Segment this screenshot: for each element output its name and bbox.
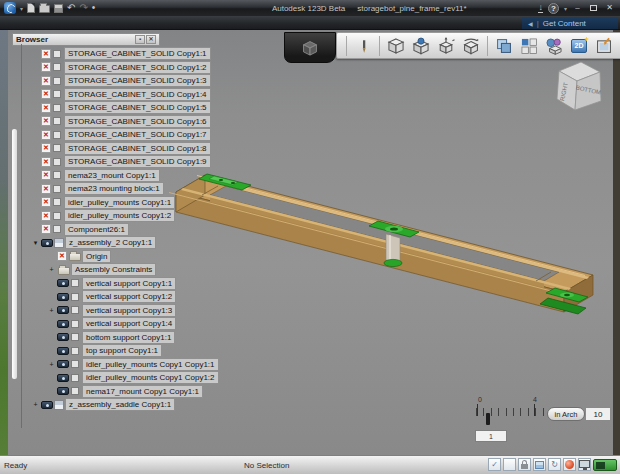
- help-caret-icon[interactable]: ▾: [564, 5, 567, 12]
- layout-panel-icon[interactable]: [533, 458, 546, 471]
- tree-item[interactable]: ✕Origin: [46, 250, 219, 264]
- tree-item[interactable]: idler_pulley_mounts Copy1 Copy1:2: [46, 371, 219, 385]
- item-checkbox[interactable]: [71, 279, 79, 287]
- combine-icon[interactable]: [493, 35, 515, 57]
- item-checkbox[interactable]: [53, 185, 61, 193]
- rotate-icon[interactable]: [460, 35, 482, 57]
- browser-panel-header[interactable]: Browser ▪ ✕: [12, 33, 160, 46]
- item-checkbox[interactable]: [53, 50, 61, 58]
- toolbar-more-icon[interactable]: •: [92, 3, 96, 13]
- item-checkbox[interactable]: [53, 90, 61, 98]
- tree-item[interactable]: ✕idler_pulley_mounts Copy1:2: [30, 209, 219, 223]
- item-checkbox[interactable]: [71, 374, 79, 382]
- item-checkbox[interactable]: [53, 198, 61, 206]
- tree-item[interactable]: +z_assembly_saddle Copy1:1: [30, 398, 219, 412]
- undo-icon[interactable]: ↶: [67, 3, 75, 13]
- tree-item[interactable]: vertical support Copy1:4: [46, 317, 219, 331]
- expander-icon[interactable]: +: [30, 400, 41, 409]
- item-checkbox[interactable]: [53, 117, 61, 125]
- item-checkbox[interactable]: [71, 293, 79, 301]
- app-menu-caret-icon[interactable]: ▾: [20, 5, 23, 12]
- browser-panel-options-icon[interactable]: ▪: [135, 35, 145, 44]
- help-icon[interactable]: ?: [548, 3, 559, 14]
- item-checkbox[interactable]: [53, 131, 61, 139]
- item-checkbox[interactable]: [71, 320, 79, 328]
- collapse-left-icon[interactable]: ◀: [528, 20, 533, 27]
- move-icon[interactable]: [435, 35, 457, 57]
- item-checkbox[interactable]: [71, 347, 79, 355]
- sphere-primitive-icon[interactable]: [410, 35, 432, 57]
- tree-item[interactable]: bottom support Copy1:1: [46, 331, 219, 345]
- expander-icon[interactable]: +: [46, 360, 57, 369]
- visibility-eye-icon[interactable]: [57, 333, 69, 341]
- tree-item[interactable]: +Assembly Constraints: [46, 263, 219, 277]
- item-checkbox[interactable]: [71, 333, 79, 341]
- item-checkbox[interactable]: [71, 387, 79, 395]
- browser-scrollbar-track[interactable]: [21, 44, 22, 428]
- item-checkbox[interactable]: [53, 63, 61, 71]
- open-file-icon[interactable]: [39, 5, 50, 13]
- visibility-eye-icon[interactable]: [57, 279, 69, 287]
- tree-item[interactable]: top support Copy1:1: [46, 344, 219, 358]
- tree-item[interactable]: ✕idler_pulley_mounts Copy1:1: [30, 196, 219, 210]
- visibility-eye-icon[interactable]: [57, 347, 69, 355]
- tree-item[interactable]: ✕STORAGE_CABINET_SOLID Copy1:8: [30, 142, 219, 156]
- item-checkbox[interactable]: [71, 360, 79, 368]
- minimize-button[interactable]: –: [572, 3, 583, 13]
- box-primitive-icon[interactable]: [385, 35, 407, 57]
- transfer-icon[interactable]: ↓: [538, 3, 543, 13]
- item-checkbox[interactable]: [53, 77, 61, 85]
- pattern-grid-icon[interactable]: [518, 35, 540, 57]
- browser-panel-close-icon[interactable]: ✕: [146, 35, 156, 44]
- redo-icon[interactable]: ↷: [79, 3, 87, 13]
- tree-item[interactable]: ✕STORAGE_CABINET_SOLID Copy1:9: [30, 155, 219, 169]
- lock-icon[interactable]: [518, 458, 531, 471]
- new-file-icon[interactable]: [27, 3, 35, 13]
- restore-button[interactable]: [588, 3, 599, 13]
- tree-item[interactable]: nema17_mount Copy1 Copy1:1: [46, 385, 219, 399]
- units-button[interactable]: in Arch: [547, 407, 585, 421]
- item-checkbox[interactable]: [71, 306, 79, 314]
- visibility-eye-icon[interactable]: [41, 239, 53, 247]
- scale-value-box[interactable]: 1: [475, 430, 507, 442]
- view-cube[interactable]: RIGHT BOTTOM: [548, 58, 610, 124]
- sketch-2d-icon[interactable]: 2D: [568, 35, 590, 57]
- insert-content-icon[interactable]: [593, 35, 615, 57]
- tree-item[interactable]: ✕STORAGE_CABINET_SOLID Copy1:2: [30, 61, 219, 75]
- browser-scrollbar-thumb[interactable]: [11, 128, 18, 380]
- item-checkbox[interactable]: [53, 144, 61, 152]
- sync-icon[interactable]: ↻: [548, 458, 561, 471]
- tree-item[interactable]: ✕STORAGE_CABINET_SOLID Copy1:4: [30, 88, 219, 102]
- app-logo-icon[interactable]: [4, 2, 16, 14]
- visibility-eye-icon[interactable]: [41, 401, 53, 409]
- selection-box-icon[interactable]: [503, 458, 516, 471]
- tree-item[interactable]: +idler_pulley_mounts Copy1 Copy1:1: [46, 358, 219, 372]
- visibility-eye-icon[interactable]: [57, 320, 69, 328]
- tree-item[interactable]: ✕STORAGE_CABINET_SOLID Copy1:3: [30, 74, 219, 88]
- validate-check-icon[interactable]: ✓: [488, 458, 501, 471]
- visibility-eye-icon[interactable]: [57, 360, 69, 368]
- visibility-eye-icon[interactable]: [57, 293, 69, 301]
- record-icon[interactable]: [563, 458, 576, 471]
- visibility-eye-icon[interactable]: [57, 374, 69, 382]
- tree-item[interactable]: ✕nema23 mounting block:1: [30, 182, 219, 196]
- tree-item[interactable]: ✕nema23_mount Copy1:1: [30, 169, 219, 183]
- tree-item[interactable]: ✕STORAGE_CABINET_SOLID Copy1:5: [30, 101, 219, 115]
- item-checkbox[interactable]: [53, 104, 61, 112]
- save-icon[interactable]: [54, 4, 63, 13]
- grid-size-box[interactable]: 10: [585, 407, 611, 421]
- item-checkbox[interactable]: [53, 225, 61, 233]
- scale-slider-handle[interactable]: [486, 413, 490, 425]
- tree-item[interactable]: ✕Component26:1: [30, 223, 219, 237]
- item-checkbox[interactable]: [53, 158, 61, 166]
- item-checkbox[interactable]: [53, 212, 61, 220]
- expander-icon[interactable]: ▾: [30, 238, 41, 247]
- tree-item[interactable]: +vertical support Copy1:3: [46, 304, 219, 318]
- material-icon[interactable]: [543, 35, 565, 57]
- viewport[interactable]: 2D RIGHT BOTTOM Browser ▪ ✕ ✕STORAGE_: [0, 30, 620, 455]
- visibility-eye-icon[interactable]: [57, 306, 69, 314]
- tree-item[interactable]: ✕STORAGE_CABINET_SOLID Copy1:7: [30, 128, 219, 142]
- display-icon[interactable]: [578, 458, 591, 471]
- tree-item[interactable]: ✕STORAGE_CABINET_SOLID Copy1:1: [30, 47, 219, 61]
- tree-item[interactable]: ✕STORAGE_CABINET_SOLID Copy1:6: [30, 115, 219, 129]
